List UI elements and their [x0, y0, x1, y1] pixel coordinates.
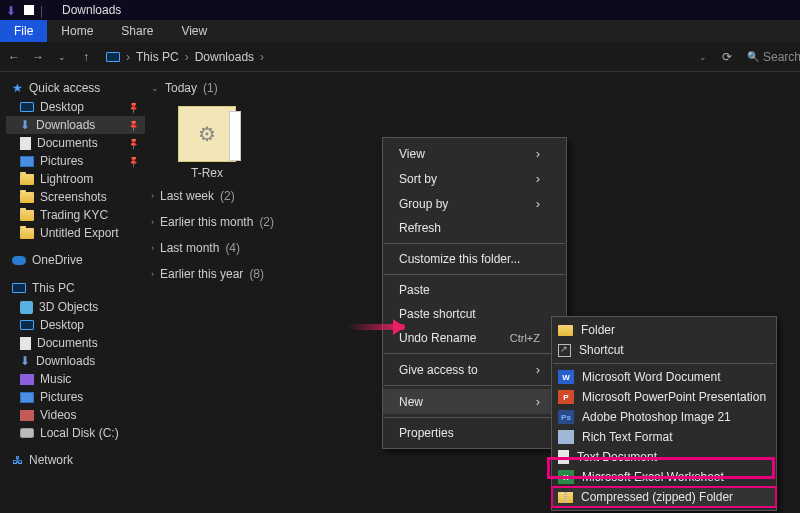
tab-share[interactable]: Share: [107, 20, 167, 42]
music-icon: [20, 374, 34, 385]
nav-sidebar: ★Quick access Desktop ⬇Downloads Documen…: [0, 72, 145, 513]
ctx-paste[interactable]: Paste: [383, 278, 566, 302]
chevron-right-icon: [151, 217, 154, 227]
search-icon: 🔍: [747, 51, 759, 62]
sidebar-item-desktop-pc[interactable]: Desktop: [6, 316, 145, 334]
tab-file[interactable]: File: [0, 20, 47, 42]
recent-dropdown[interactable]: ⌄: [52, 47, 72, 67]
videos-icon: [20, 410, 34, 421]
sidebar-item-music[interactable]: Music: [6, 370, 145, 388]
ctx-give-access[interactable]: Give access to: [383, 357, 566, 382]
sidebar-item-downloads[interactable]: ⬇Downloads: [6, 116, 145, 134]
sidebar-item-pictures-pc[interactable]: Pictures: [6, 388, 145, 406]
text-icon: [558, 450, 569, 464]
new-zip-folder[interactable]: Compressed (zipped) Folder: [552, 487, 776, 507]
star-icon: ★: [12, 81, 23, 95]
quick-access-header[interactable]: ★Quick access: [6, 78, 145, 98]
qat-icon[interactable]: [24, 5, 34, 15]
sidebar-item-downloads-pc[interactable]: ⬇Downloads: [6, 352, 145, 370]
crumb-sep: ›: [260, 50, 264, 64]
disk-icon: [20, 428, 34, 438]
folder-name: T-Rex: [167, 166, 247, 180]
sidebar-item-desktop[interactable]: Desktop: [6, 98, 145, 116]
ctx-customize[interactable]: Customize this folder...: [383, 247, 566, 271]
ctx-separator: [384, 417, 565, 418]
this-pc-header[interactable]: This PC: [6, 278, 145, 298]
desktop-icon: [20, 102, 34, 112]
back-button[interactable]: ←: [4, 47, 24, 67]
ctx-properties[interactable]: Properties: [383, 421, 566, 445]
group-today[interactable]: Today (1): [151, 78, 800, 98]
new-excel[interactable]: XMicrosoft Excel Worksheet: [552, 467, 776, 487]
new-ppt[interactable]: PMicrosoft PowerPoint Presentation: [552, 387, 776, 407]
tab-home[interactable]: Home: [47, 20, 107, 42]
ctx-sort-by[interactable]: Sort by: [383, 166, 566, 191]
address-dropdown-icon[interactable]: ⌄: [699, 52, 707, 62]
folder-item-trex[interactable]: ⚙ T-Rex: [167, 106, 247, 180]
word-icon: W: [558, 370, 574, 384]
network-icon: 🖧: [12, 454, 23, 466]
crumb-sep: ›: [185, 50, 189, 64]
ctx-view[interactable]: View: [383, 141, 566, 166]
pictures-icon: [20, 392, 34, 403]
download-icon: ⬇: [20, 354, 30, 368]
pc-icon: [12, 283, 26, 293]
new-photoshop[interactable]: PsAdobe Photoshop Image 21: [552, 407, 776, 427]
new-word-doc[interactable]: WMicrosoft Word Document: [552, 367, 776, 387]
rtf-icon: [558, 430, 574, 444]
new-shortcut[interactable]: Shortcut: [552, 340, 776, 360]
chevron-right-icon: [151, 191, 154, 201]
ctx-separator: [384, 274, 565, 275]
download-icon: ⬇: [20, 118, 30, 132]
ribbon-tabs: File Home Share View: [0, 20, 800, 42]
network-header[interactable]: 🖧Network: [6, 450, 145, 470]
sidebar-item-untitled-export[interactable]: Untitled Export: [6, 224, 145, 242]
sidebar-item-documents[interactable]: Documents: [6, 134, 145, 152]
sidebar-item-local-disk[interactable]: Local Disk (C:): [6, 424, 145, 442]
refresh-button[interactable]: ⟳: [717, 47, 737, 67]
tab-view[interactable]: View: [167, 20, 221, 42]
up-button[interactable]: ↑: [76, 47, 96, 67]
desktop-icon: [20, 320, 34, 330]
shortcut-icon: [558, 344, 571, 357]
new-submenu: Folder Shortcut WMicrosoft Word Document…: [551, 316, 777, 511]
crumb-root[interactable]: This PC: [136, 50, 179, 64]
sidebar-item-screenshots[interactable]: Screenshots: [6, 188, 145, 206]
photoshop-icon: Ps: [558, 410, 574, 424]
annotation-arrow: [347, 324, 405, 330]
onedrive-header[interactable]: OneDrive: [6, 250, 145, 270]
folder-icon: [20, 228, 34, 239]
ctx-group-by[interactable]: Group by: [383, 191, 566, 216]
sidebar-item-pictures[interactable]: Pictures: [6, 152, 145, 170]
pc-icon: [106, 52, 120, 62]
sidebar-item-videos[interactable]: Videos: [6, 406, 145, 424]
sidebar-item-documents-pc[interactable]: Documents: [6, 334, 145, 352]
pictures-icon: [20, 156, 34, 167]
folder-icon: [20, 174, 34, 185]
crumb-sep: ›: [126, 50, 130, 64]
address-bar[interactable]: › This PC › Downloads › ⌄: [100, 46, 713, 68]
forward-button[interactable]: →: [28, 47, 48, 67]
chevron-down-icon: [151, 83, 159, 93]
folder-thumbnail: ⚙: [178, 106, 236, 162]
context-menu: View Sort by Group by Refresh Customize …: [382, 137, 567, 449]
folder-icon: [20, 210, 34, 221]
chevron-right-icon: [151, 269, 154, 279]
powerpoint-icon: P: [558, 390, 574, 404]
document-icon: [20, 337, 31, 350]
ctx-separator: [553, 363, 775, 364]
ctx-undo-shortcut: Ctrl+Z: [510, 332, 540, 344]
new-txt[interactable]: Text Document: [552, 447, 776, 467]
sidebar-item-trading-kyc[interactable]: Trading KYC: [6, 206, 145, 224]
sidebar-item-lightroom[interactable]: Lightroom: [6, 170, 145, 188]
crumb-current[interactable]: Downloads: [195, 50, 254, 64]
ctx-separator: [384, 353, 565, 354]
sidebar-item-3d-objects[interactable]: 3D Objects: [6, 298, 145, 316]
new-rtf[interactable]: Rich Text Format: [552, 427, 776, 447]
ctx-new[interactable]: New: [383, 389, 566, 414]
ctx-refresh[interactable]: Refresh: [383, 216, 566, 240]
zip-icon: [558, 492, 573, 503]
title-bar: ⬇ | Downloads: [0, 0, 800, 20]
new-folder[interactable]: Folder: [552, 320, 776, 340]
search-box[interactable]: 🔍 Search: [741, 46, 796, 68]
